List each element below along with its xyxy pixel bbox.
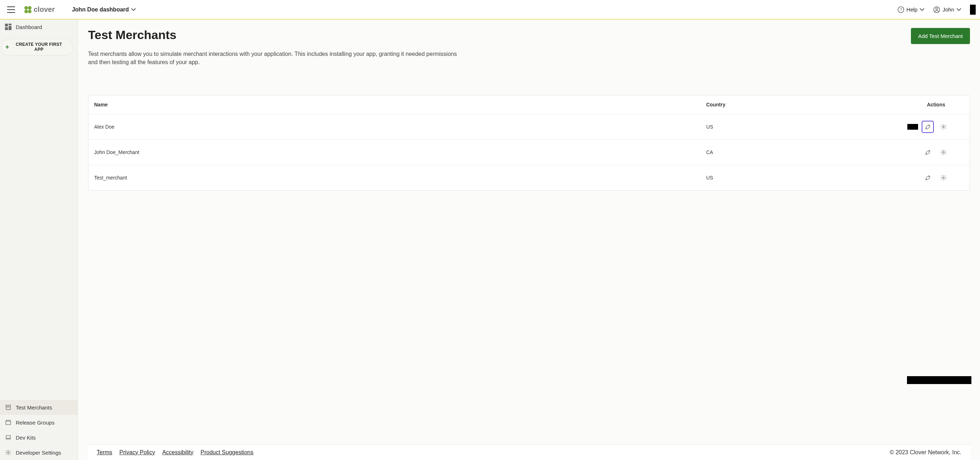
sidebar-item-dashboard[interactable]: Dashboard bbox=[0, 19, 78, 34]
sidebar-item-label: Test Merchants bbox=[16, 404, 52, 410]
column-header-country: Country bbox=[706, 102, 878, 107]
sidebar-item-label: Dev Kits bbox=[16, 434, 36, 441]
cell-country: US bbox=[706, 175, 878, 180]
help-icon: ? bbox=[897, 6, 904, 13]
user-label: John bbox=[942, 6, 954, 13]
main-content: Test Merchants Add Test Merchant Test me… bbox=[78, 19, 980, 460]
plus-icon: + bbox=[5, 43, 9, 51]
clover-logo-icon bbox=[24, 5, 32, 14]
dashboard-title-dropdown[interactable]: John Doe dashboard bbox=[72, 6, 136, 13]
sidebar-item-developer-settings[interactable]: Developer Settings bbox=[0, 445, 78, 460]
svg-rect-12 bbox=[6, 421, 11, 425]
sidebar-item-dev-kits[interactable]: Dev Kits bbox=[0, 430, 78, 445]
dashboard-icon bbox=[5, 24, 11, 30]
svg-point-3 bbox=[28, 10, 32, 13]
gear-icon bbox=[940, 124, 947, 130]
sidebar-item-release-groups[interactable]: Release Groups bbox=[0, 415, 78, 430]
clover-logo-text: clover bbox=[33, 5, 55, 14]
chevron-down-icon bbox=[920, 7, 924, 12]
laptop-icon bbox=[5, 434, 11, 441]
sidebar: Dashboard + CREATE YOUR FIRST APP Test M… bbox=[0, 19, 78, 460]
cell-actions bbox=[878, 172, 964, 184]
help-menu[interactable]: ? Help bbox=[897, 6, 925, 13]
chevron-down-icon bbox=[131, 7, 136, 12]
svg-rect-13 bbox=[6, 436, 10, 439]
launch-button[interactable] bbox=[922, 146, 934, 158]
create-first-app-label: CREATE YOUR FIRST APP bbox=[12, 42, 66, 52]
cell-country: US bbox=[706, 124, 878, 130]
user-icon bbox=[933, 6, 940, 13]
cell-name: Alex Doe bbox=[94, 124, 706, 130]
cell-actions bbox=[878, 146, 964, 158]
svg-rect-10 bbox=[9, 26, 11, 30]
svg-point-16 bbox=[943, 152, 945, 153]
table-row: Alex DoeUS bbox=[88, 114, 970, 140]
footer: Terms Privacy Policy Accessibility Produ… bbox=[88, 444, 970, 460]
dashboard-title-text: John Doe dashboard bbox=[72, 6, 129, 13]
settings-button[interactable] bbox=[937, 121, 950, 133]
rocket-icon bbox=[924, 174, 931, 181]
rocket-icon bbox=[924, 149, 931, 155]
storefront-icon bbox=[5, 404, 11, 410]
page-title: Test Merchants bbox=[88, 28, 177, 42]
chevron-down-icon bbox=[956, 7, 961, 12]
table-row: Test_merchantUS bbox=[88, 165, 970, 190]
launch-button[interactable] bbox=[922, 121, 934, 133]
redacted-block bbox=[907, 376, 971, 384]
svg-text:?: ? bbox=[900, 8, 902, 12]
footer-link-privacy[interactable]: Privacy Policy bbox=[119, 449, 155, 456]
store-icon bbox=[5, 419, 11, 426]
table-row: John Doe_MerchantCA bbox=[88, 140, 970, 165]
sidebar-item-test-merchants[interactable]: Test Merchants bbox=[0, 400, 78, 415]
footer-copyright: © 2023 Clover Network, Inc. bbox=[890, 449, 961, 456]
add-test-merchant-button[interactable]: Add Test Merchant bbox=[911, 28, 970, 44]
sidebar-item-label: Release Groups bbox=[16, 420, 54, 426]
svg-rect-8 bbox=[5, 24, 8, 27]
column-header-actions: Actions bbox=[878, 102, 964, 107]
svg-point-14 bbox=[8, 452, 9, 454]
gear-icon bbox=[940, 149, 947, 155]
hamburger-menu-button[interactable] bbox=[4, 3, 18, 16]
help-label: Help bbox=[907, 6, 918, 13]
launch-button[interactable] bbox=[922, 172, 934, 184]
cell-country: CA bbox=[706, 149, 878, 155]
svg-point-1 bbox=[28, 6, 32, 10]
sidebar-item-label: Dashboard bbox=[16, 24, 42, 30]
footer-link-suggestions[interactable]: Product Suggestions bbox=[200, 449, 253, 456]
app-header: clover John Doe dashboard ? Help John bbox=[0, 0, 980, 19]
footer-link-accessibility[interactable]: Accessibility bbox=[162, 449, 193, 456]
settings-button[interactable] bbox=[937, 172, 950, 184]
sidebar-item-label: Developer Settings bbox=[16, 450, 61, 456]
svg-point-0 bbox=[24, 6, 28, 10]
svg-rect-11 bbox=[5, 27, 8, 30]
cell-name: John Doe_Merchant bbox=[94, 149, 706, 155]
create-first-app-button[interactable]: + CREATE YOUR FIRST APP bbox=[2, 39, 73, 56]
redacted-block bbox=[907, 124, 918, 130]
footer-link-terms[interactable]: Terms bbox=[97, 449, 112, 456]
user-menu[interactable]: John bbox=[933, 6, 961, 13]
svg-point-15 bbox=[943, 126, 945, 128]
gear-icon bbox=[940, 174, 947, 181]
column-header-name: Name bbox=[94, 102, 706, 107]
gear-icon bbox=[5, 449, 11, 456]
svg-point-17 bbox=[943, 177, 945, 179]
cell-actions bbox=[878, 121, 964, 133]
svg-rect-9 bbox=[9, 24, 11, 26]
svg-point-2 bbox=[24, 10, 28, 13]
merchants-table: Name Country Actions Alex DoeUSJohn Doe_… bbox=[88, 95, 970, 191]
menu-icon bbox=[7, 6, 15, 13]
rocket-icon bbox=[924, 124, 931, 130]
settings-button[interactable] bbox=[937, 146, 950, 158]
redacted-block bbox=[970, 5, 976, 15]
cell-name: Test_merchant bbox=[94, 175, 706, 180]
page-description: Test merchants allow you to simulate mer… bbox=[88, 50, 460, 66]
clover-logo[interactable]: clover bbox=[24, 5, 55, 14]
svg-point-7 bbox=[936, 8, 938, 9]
